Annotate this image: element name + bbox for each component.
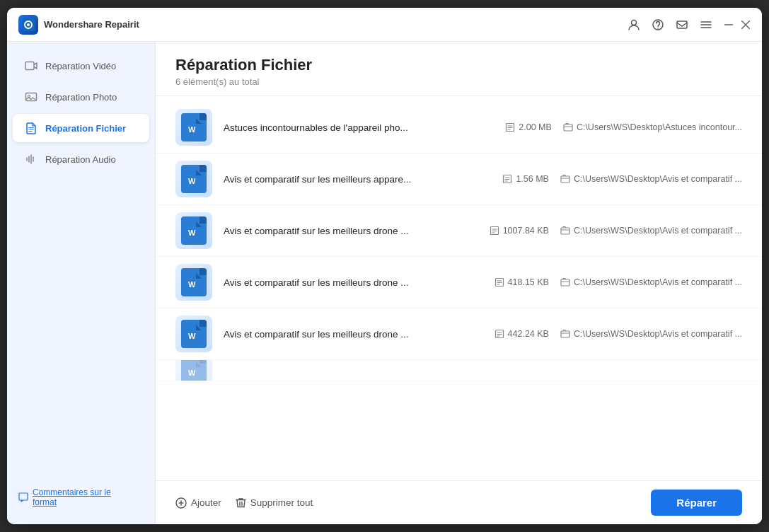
svg-text:W: W bbox=[188, 332, 196, 340]
mail-icon[interactable] bbox=[676, 18, 688, 31]
file-path: C:\Users\WS\Desktop\Avis et comparatif .… bbox=[560, 174, 742, 184]
file-path: C:\Users\WS\Desktop\Avis et comparatif .… bbox=[560, 329, 742, 339]
svg-text:W: W bbox=[188, 229, 196, 237]
svg-rect-10 bbox=[25, 62, 34, 70]
file-size: 442.24 KB bbox=[495, 329, 549, 339]
account-icon[interactable] bbox=[628, 18, 640, 31]
word-icon-partial: W bbox=[181, 360, 207, 381]
svg-rect-24 bbox=[564, 125, 572, 131]
content-area: Réparation Fichier 6 élément(s) au total… bbox=[156, 42, 762, 524]
file-size: 2.00 MB bbox=[505, 122, 552, 132]
svg-rect-48 bbox=[561, 279, 569, 286]
file-name: Avis et comparatif sur les meilleurs dro… bbox=[224, 277, 483, 288]
delete-label: Supprimer tout bbox=[250, 497, 313, 508]
menu-icon[interactable] bbox=[700, 18, 712, 31]
sidebar: Réparation Vidéo Réparation Photo Répara… bbox=[7, 42, 156, 524]
table-row[interactable]: W Avis et comparatif sur les meilleurs d… bbox=[156, 257, 762, 308]
support-icon[interactable] bbox=[652, 18, 664, 31]
video-icon bbox=[24, 59, 38, 73]
add-label: Ajouter bbox=[191, 497, 221, 508]
word-file-icon: W bbox=[181, 165, 207, 193]
file-info: Avis et comparatif sur les meilleurs dro… bbox=[224, 329, 483, 340]
file-name: Astuces incontournables de l'appareil ph… bbox=[224, 122, 494, 133]
app-title-text: Wondershare Repairit bbox=[44, 19, 139, 30]
close-button[interactable] bbox=[741, 20, 751, 30]
minimize-button[interactable] bbox=[724, 20, 734, 30]
sidebar-label-fichier: Réparation Fichier bbox=[45, 123, 126, 134]
svg-point-2 bbox=[27, 23, 30, 26]
repair-button[interactable]: Réparer bbox=[651, 490, 742, 516]
audio-icon bbox=[24, 152, 38, 166]
svg-rect-56 bbox=[561, 331, 569, 337]
file-list: W Astuces incontournables de l'appareil … bbox=[156, 96, 762, 480]
table-row[interactable]: W Avis et comparatif sur les meilleurs a… bbox=[156, 154, 762, 205]
file-icon-wrap: W bbox=[175, 316, 212, 352]
title-bar: Wondershare Repairit bbox=[7, 8, 762, 42]
sidebar-item-audio[interactable]: Réparation Audio bbox=[13, 145, 149, 173]
main-layout: Réparation Vidéo Réparation Photo Répara… bbox=[7, 42, 762, 524]
word-file-icon: W bbox=[181, 320, 207, 348]
svg-text:W: W bbox=[188, 125, 196, 134]
file-path: C:\Users\WS\Desktop\Astuces incontour... bbox=[563, 122, 742, 132]
file-name: Avis et comparatif sur les meilleurs app… bbox=[224, 174, 491, 185]
page-subtitle: 6 élément(s) au total bbox=[175, 76, 742, 87]
delete-all-button[interactable]: Supprimer tout bbox=[236, 497, 313, 509]
window-controls bbox=[724, 20, 751, 30]
bottom-actions: Ajouter Supprimer tout bbox=[175, 497, 313, 509]
sidebar-label-audio: Réparation Audio bbox=[45, 154, 116, 165]
sidebar-item-video[interactable]: Réparation Vidéo bbox=[13, 52, 149, 80]
file-name: Avis et comparatif sur les meilleurs dro… bbox=[224, 329, 483, 340]
file-icon-wrap: W bbox=[175, 212, 212, 249]
sidebar-label-video: Réparation Vidéo bbox=[45, 61, 116, 71]
sidebar-item-fichier[interactable]: Réparation Fichier bbox=[13, 114, 149, 142]
file-size: 1007.84 KB bbox=[490, 226, 549, 236]
word-file-icon: W bbox=[181, 268, 207, 296]
word-file-icon: W bbox=[181, 113, 207, 141]
svg-rect-40 bbox=[561, 228, 569, 234]
file-info: Avis et comparatif sur les meilleurs dro… bbox=[224, 226, 478, 236]
bottom-bar: Ajouter Supprimer tout Réparer bbox=[156, 480, 762, 524]
sidebar-item-photo[interactable]: Réparation Photo bbox=[13, 83, 149, 111]
sidebar-label-photo: Réparation Photo bbox=[45, 92, 117, 103]
svg-rect-32 bbox=[561, 176, 569, 183]
svg-text:W: W bbox=[188, 280, 196, 289]
svg-point-3 bbox=[632, 20, 637, 25]
file-icon-wrap: W bbox=[175, 264, 212, 301]
table-row[interactable]: W Avis et comparatif sur les meilleurs d… bbox=[156, 205, 762, 257]
file-size: 1.56 MB bbox=[502, 174, 549, 184]
fichier-icon bbox=[24, 121, 38, 135]
svg-point-12 bbox=[28, 96, 30, 98]
app-window: Wondershare Repairit bbox=[7, 8, 762, 524]
feedback-link[interactable]: Commentaires sur leformat bbox=[18, 487, 144, 507]
svg-rect-16 bbox=[19, 493, 28, 500]
feedback-text: Commentaires sur leformat bbox=[33, 487, 111, 507]
word-file-icon: W bbox=[181, 216, 207, 245]
page-title: Réparation Fichier bbox=[175, 56, 742, 74]
svg-point-5 bbox=[657, 28, 659, 29]
file-info: Avis et comparatif sur les meilleurs dro… bbox=[224, 277, 483, 288]
table-row-partial: W bbox=[156, 360, 762, 381]
file-info: Avis et comparatif sur les meilleurs app… bbox=[224, 174, 491, 185]
svg-text:W: W bbox=[188, 369, 196, 377]
file-path: C:\Users\WS\Desktop\Avis et comparatif .… bbox=[560, 277, 742, 287]
table-row[interactable]: W Astuces incontournables de l'appareil … bbox=[156, 102, 762, 154]
svg-text:W: W bbox=[188, 177, 196, 185]
add-button[interactable]: Ajouter bbox=[175, 497, 221, 509]
file-size: 418.15 KB bbox=[495, 277, 549, 287]
content-header: Réparation Fichier 6 élément(s) au total bbox=[156, 42, 762, 96]
svg-rect-6 bbox=[677, 21, 687, 28]
title-bar-left: Wondershare Repairit bbox=[18, 15, 139, 35]
sidebar-bottom: Commentaires sur leformat bbox=[7, 479, 155, 516]
table-row[interactable]: W Avis et comparatif sur les meilleurs d… bbox=[156, 308, 762, 360]
file-icon-wrap: W bbox=[175, 109, 212, 146]
title-bar-right bbox=[628, 18, 751, 31]
file-icon-wrap-partial: W bbox=[175, 360, 212, 381]
file-path: C:\Users\WS\Desktop\Avis et comparatif .… bbox=[560, 226, 742, 236]
app-logo bbox=[18, 15, 38, 35]
file-info: Astuces incontournables de l'appareil ph… bbox=[224, 122, 494, 133]
photo-icon bbox=[24, 90, 38, 104]
file-name: Avis et comparatif sur les meilleurs dro… bbox=[224, 226, 478, 236]
file-icon-wrap: W bbox=[175, 161, 212, 197]
